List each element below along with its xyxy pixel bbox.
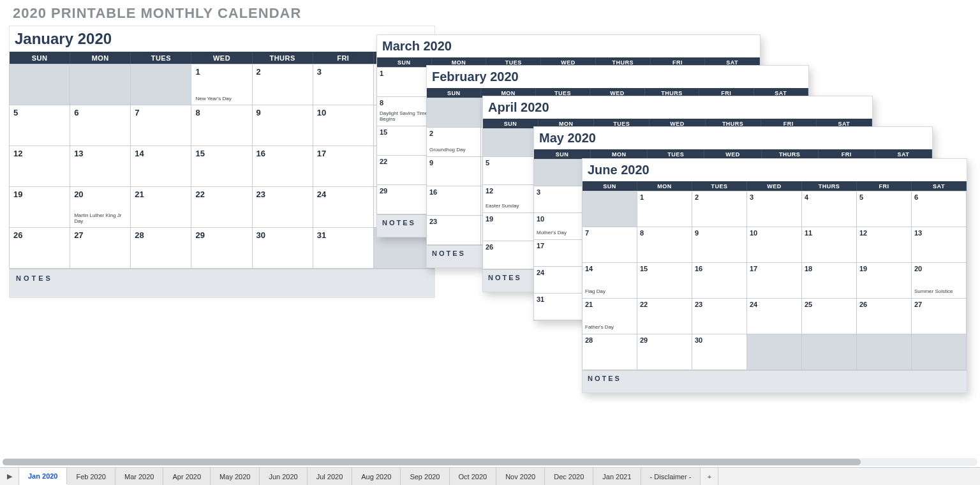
calendar-cell[interactable]: 17 xyxy=(313,146,374,187)
sheet-tab[interactable]: Feb 2020 xyxy=(67,468,115,485)
sheet-tab[interactable]: Jun 2020 xyxy=(260,468,307,485)
calendar-cell[interactable]: 12 xyxy=(856,227,912,263)
calendar-cell-blank[interactable] xyxy=(801,334,857,370)
calendar-cell[interactable]: 22 xyxy=(637,298,692,334)
calendar-cell[interactable]: 27 xyxy=(911,298,967,334)
calendar-cell[interactable]: 30 xyxy=(252,227,313,269)
sheet-tab[interactable]: Mar 2020 xyxy=(115,468,163,485)
calendar-cell[interactable]: 19 xyxy=(9,186,70,228)
calendar-cell[interactable]: 2Groundhog Day xyxy=(426,127,481,157)
sheet-tab[interactable]: Aug 2020 xyxy=(352,468,401,485)
calendar-cell[interactable]: 29 xyxy=(376,184,432,214)
calendar-cell[interactable]: 23 xyxy=(426,215,481,245)
calendar-cell[interactable]: 8Daylight Saving Time Begins xyxy=(376,96,432,126)
calendar-cell[interactable]: 9 xyxy=(692,227,747,263)
calendar-cell[interactable]: 4 xyxy=(801,191,857,227)
calendar-cell[interactable]: 2 xyxy=(692,191,747,227)
calendar-cell-blank[interactable] xyxy=(856,334,912,370)
calendar-cell[interactable]: 13 xyxy=(911,227,967,263)
scrollbar-thumb[interactable] xyxy=(3,459,861,465)
calendar-cell[interactable]: 22 xyxy=(376,155,432,185)
calendar-cell[interactable]: 15 xyxy=(191,146,252,187)
sheet-tab[interactable]: Nov 2020 xyxy=(496,468,545,485)
calendar-cell[interactable]: 27 xyxy=(70,227,131,269)
calendar-cell[interactable]: 26 xyxy=(9,227,70,269)
calendar-cell[interactable]: 8 xyxy=(191,105,252,146)
calendar-cell[interactable]: 26 xyxy=(482,241,538,269)
sheet-tab[interactable]: Jan 2020 xyxy=(19,468,67,485)
sheet-tab[interactable]: May 2020 xyxy=(211,468,260,485)
notes-section[interactable]: NOTES xyxy=(10,269,434,297)
calendar-cell[interactable]: 5 xyxy=(856,191,912,227)
calendar-cell[interactable]: 16 xyxy=(252,146,313,187)
calendar-cell[interactable]: 28 xyxy=(130,227,191,269)
calendar-cell-blank[interactable] xyxy=(130,64,191,105)
notes-section[interactable]: NOTES xyxy=(583,370,967,392)
calendar-cell[interactable]: 14Flag Day xyxy=(582,262,637,299)
calendar-cell[interactable]: 19 xyxy=(856,262,912,299)
calendar-cell[interactable]: 14 xyxy=(130,146,191,187)
calendar-cell[interactable]: 23 xyxy=(692,298,747,334)
calendar-cell[interactable]: 5 xyxy=(482,156,538,185)
sheet-tab[interactable]: Sep 2020 xyxy=(401,468,449,485)
calendar-cell[interactable]: 11 xyxy=(801,227,857,263)
sheet-tab[interactable]: Dec 2020 xyxy=(545,468,593,485)
sheet-tab[interactable]: Oct 2020 xyxy=(450,468,497,485)
calendar-cell[interactable]: 10 xyxy=(746,227,802,263)
calendar-cell[interactable]: 10 xyxy=(313,105,374,146)
calendar-cell[interactable]: 13 xyxy=(70,146,131,187)
sheet-tab[interactable]: Apr 2020 xyxy=(163,468,211,485)
calendar-cell[interactable]: 8 xyxy=(637,227,692,263)
calendar-cell[interactable]: 1 xyxy=(376,67,432,97)
calendar-cell-blank[interactable] xyxy=(70,64,131,105)
calendar-cell-blank[interactable] xyxy=(746,334,802,370)
calendar-cell[interactable]: 21Father's Day xyxy=(582,298,637,334)
sheet-tab[interactable]: Jul 2020 xyxy=(308,468,353,485)
calendar-cell[interactable]: 17 xyxy=(746,262,802,299)
calendar-cell[interactable]: 30 xyxy=(692,334,747,370)
calendar-cell[interactable]: 18 xyxy=(801,262,857,299)
calendar-cell[interactable]: 26 xyxy=(856,298,912,334)
calendar-cell[interactable]: 3 xyxy=(313,64,374,105)
calendar-cell-blank[interactable] xyxy=(426,98,481,128)
calendar-cell[interactable]: 28 xyxy=(582,334,637,370)
calendar-cell[interactable]: 9 xyxy=(252,105,313,146)
calendar-cell[interactable]: 9 xyxy=(426,156,481,186)
calendar-cell[interactable]: 6 xyxy=(70,105,131,146)
calendar-cell[interactable]: 20Martin Luther King Jr Day xyxy=(70,186,131,228)
calendar-cell[interactable]: 19 xyxy=(482,213,538,241)
calendar-cell[interactable]: 23 xyxy=(252,186,313,228)
calendar-cell[interactable]: 21 xyxy=(130,186,191,228)
horizontal-scrollbar[interactable] xyxy=(3,458,977,466)
calendar-cell[interactable]: 22 xyxy=(191,186,252,228)
calendar-cell[interactable]: 7 xyxy=(130,105,191,146)
calendar-cell-blank[interactable] xyxy=(911,334,967,370)
calendar-cell[interactable]: 29 xyxy=(191,227,252,269)
sheet-tab[interactable]: Jan 2021 xyxy=(593,468,641,485)
calendar-cell[interactable]: 24 xyxy=(313,186,374,228)
calendar-cell[interactable]: 5 xyxy=(9,105,70,146)
calendar-cell-blank[interactable] xyxy=(482,128,538,157)
calendar-cell[interactable]: 12 xyxy=(9,146,70,187)
calendar-cell[interactable]: 24 xyxy=(746,298,802,334)
calendar-cell[interactable]: 25 xyxy=(801,298,857,334)
calendar-cell[interactable]: 1New Year's Day xyxy=(191,64,252,105)
calendar-cell[interactable]: 2 xyxy=(252,64,313,105)
calendar-cell[interactable]: 31 xyxy=(313,227,374,269)
calendar-cell[interactable]: 16 xyxy=(692,262,747,299)
calendar-cell[interactable]: 3 xyxy=(746,191,802,227)
sheet-nav-next-icon[interactable]: ▶ xyxy=(0,468,19,485)
add-sheet-button[interactable]: + xyxy=(701,468,718,485)
calendar-cell[interactable]: 12Easter Sunday xyxy=(482,184,538,213)
calendar-cell-blank[interactable] xyxy=(582,191,637,227)
calendar-cell[interactable]: 6 xyxy=(911,191,967,227)
calendar-cell[interactable]: 1 xyxy=(637,191,692,227)
calendar-cell[interactable]: 15 xyxy=(637,262,692,299)
calendar-cell[interactable]: 29 xyxy=(637,334,692,370)
calendar-cell-blank[interactable] xyxy=(9,64,70,105)
calendar-cell[interactable]: 20Summer Solstice xyxy=(911,262,967,299)
calendar-cell[interactable]: 16 xyxy=(426,186,481,216)
sheet-tab[interactable]: - Disclaimer - xyxy=(641,468,701,485)
calendar-cell[interactable]: 15 xyxy=(376,126,432,156)
calendar-cell[interactable]: 7 xyxy=(582,227,637,263)
